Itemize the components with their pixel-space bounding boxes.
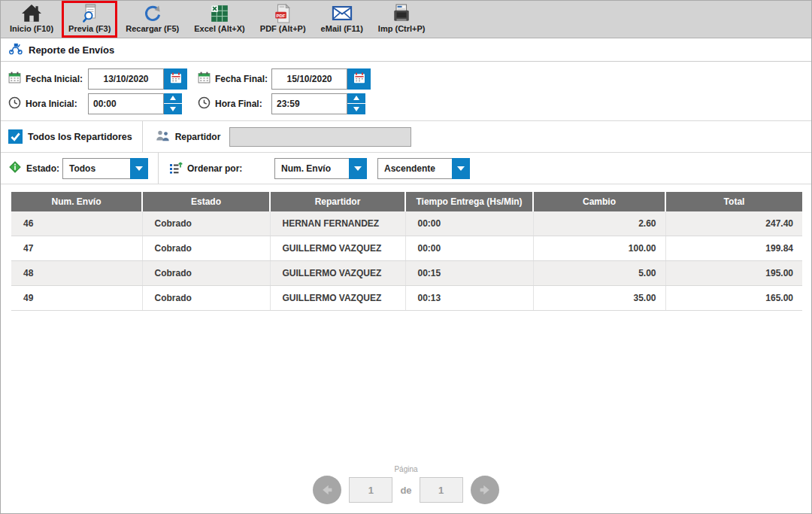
page-of-label: de bbox=[400, 485, 411, 496]
column-header-repartidor[interactable]: Repartidor bbox=[270, 192, 405, 211]
hora-final-input[interactable] bbox=[271, 93, 347, 114]
date-time-filter-section: Fecha Inicial: bbox=[1, 62, 811, 121]
page-title: Reporte de Envíos bbox=[29, 44, 114, 56]
cell-cambio: 35.00 bbox=[533, 286, 665, 311]
repartidor-input[interactable] bbox=[229, 127, 411, 147]
hora-inicial-labelgroup: Hora Inicial: bbox=[8, 96, 88, 111]
clock-icon bbox=[8, 96, 21, 111]
previous-page-button[interactable] bbox=[313, 476, 341, 504]
todos-repartidores-label: Todos los Repartidores bbox=[28, 132, 132, 142]
hora-inicial-up-button[interactable] bbox=[164, 93, 182, 104]
hora-final-labelgroup: Hora Final: bbox=[198, 96, 271, 111]
ordenar-por-dropdown-button[interactable] bbox=[349, 158, 367, 179]
arrow-right-icon bbox=[477, 482, 493, 498]
hora-final-up-button[interactable] bbox=[347, 93, 365, 104]
imprimir-label: Imp (Ctrl+P) bbox=[378, 24, 426, 33]
cell-repartidor: GUILLERMO VAZQUEZ bbox=[270, 236, 405, 261]
excel-label: Excel (Alt+X) bbox=[194, 24, 245, 33]
cell-repartidor: GUILLERMO VAZQUEZ bbox=[270, 261, 405, 286]
page-header: Reporte de Envíos bbox=[1, 38, 811, 62]
estado-label: Estado: bbox=[26, 163, 59, 174]
current-page-input[interactable] bbox=[349, 477, 392, 503]
recargar-button[interactable]: Recargar (F5) bbox=[119, 1, 186, 38]
ordenar-por-label: Ordenar por: bbox=[187, 163, 242, 174]
checkmark-icon bbox=[10, 132, 21, 141]
chevron-down-icon bbox=[135, 166, 143, 171]
imprimir-button[interactable]: Imp (Ctrl+P) bbox=[371, 1, 432, 38]
ordenar-labelgroup: Ordenar por: bbox=[169, 161, 274, 176]
fecha-final-calendar-button[interactable] bbox=[347, 68, 371, 90]
refresh-icon bbox=[143, 3, 162, 23]
cell-num-envio: 49 bbox=[11, 286, 142, 311]
hora-final-spinner bbox=[347, 93, 365, 114]
arrow-left-icon bbox=[319, 482, 335, 498]
inicio-button[interactable]: Inicio (F10) bbox=[3, 1, 60, 38]
table-row[interactable]: 48 Cobrado GUILLERMO VAZQUEZ 00:15 5.00 … bbox=[11, 261, 802, 286]
previa-label: Previa (F3) bbox=[68, 24, 111, 33]
table-row[interactable]: 49 Cobrado GUILLERMO VAZQUEZ 00:13 35.00… bbox=[11, 286, 802, 311]
hora-final-down-button[interactable] bbox=[347, 104, 365, 114]
total-pages-input[interactable] bbox=[420, 477, 463, 503]
pdf-label: PDF (Alt+P) bbox=[260, 24, 306, 33]
repartidor-labelgroup: Repartidor bbox=[155, 129, 221, 144]
app-window: Inicio (F10) Previa (F3) bbox=[0, 0, 812, 514]
calendar-green-icon bbox=[198, 71, 211, 86]
column-header-estado[interactable]: Estado bbox=[142, 192, 270, 211]
recargar-label: Recargar (F5) bbox=[126, 24, 179, 33]
cell-tiempo-entrega: 00:00 bbox=[405, 211, 533, 236]
todos-repartidores-checkbox[interactable] bbox=[8, 129, 23, 144]
fecha-inicial-input[interactable] bbox=[88, 68, 164, 90]
hora-inicial-down-button[interactable] bbox=[164, 104, 182, 114]
cell-repartidor: HERNAN FERNANDEZ bbox=[270, 211, 405, 236]
arrow-up-icon bbox=[170, 96, 176, 100]
estado-dropdown-value: Todos bbox=[62, 158, 130, 179]
email-button[interactable]: eMail (F11) bbox=[314, 1, 370, 38]
cell-cambio: 100.00 bbox=[533, 236, 665, 261]
email-icon bbox=[332, 3, 353, 23]
cell-num-envio: 48 bbox=[11, 261, 142, 286]
column-header-tiempo-entrega[interactable]: Tiempo Entrega (Hs/Min) bbox=[405, 192, 533, 211]
cell-total: 199.84 bbox=[665, 236, 802, 261]
preview-icon bbox=[80, 3, 98, 23]
excel-icon bbox=[210, 3, 229, 23]
info-diamond-icon bbox=[8, 160, 22, 176]
email-label: eMail (F11) bbox=[321, 24, 363, 33]
cell-cambio: 2.60 bbox=[533, 211, 665, 236]
column-header-num-envio[interactable]: Num. Envío bbox=[11, 192, 142, 211]
fecha-final-input[interactable] bbox=[271, 68, 347, 90]
estado-dropdown-button[interactable] bbox=[130, 158, 148, 179]
fecha-final-label: Fecha Final: bbox=[215, 74, 268, 84]
orden-direccion-dropdown-button[interactable] bbox=[452, 158, 470, 179]
toolbar: Inicio (F10) Previa (F3) bbox=[1, 1, 811, 38]
column-header-total[interactable]: Total bbox=[665, 192, 802, 211]
cell-tiempo-entrega: 00:15 bbox=[405, 261, 533, 286]
hora-final-label: Hora Final: bbox=[215, 99, 262, 109]
orden-direccion-dropdown-value: Ascendente bbox=[377, 158, 452, 179]
orden-direccion-dropdown[interactable]: Ascendente bbox=[377, 158, 470, 179]
repartidor-label: Repartidor bbox=[175, 132, 221, 142]
previa-button[interactable]: Previa (F3) bbox=[62, 1, 117, 38]
table-row[interactable]: 47 Cobrado GUILLERMO VAZQUEZ 00:00 100.0… bbox=[11, 236, 802, 261]
column-header-cambio[interactable]: Cambio bbox=[533, 192, 665, 211]
ordenar-por-dropdown[interactable]: Num. Envío bbox=[274, 158, 367, 179]
cell-total: 247.40 bbox=[665, 211, 802, 236]
fecha-inicial-calendar-button[interactable] bbox=[164, 68, 187, 90]
sort-list-icon bbox=[169, 161, 183, 176]
next-page-button[interactable] bbox=[471, 476, 499, 504]
arrow-down-icon bbox=[353, 107, 359, 111]
table-row[interactable]: 46 Cobrado HERNAN FERNANDEZ 00:00 2.60 2… bbox=[11, 211, 802, 236]
fecha-inicial-labelgroup: Fecha Inicial: bbox=[8, 71, 88, 86]
hora-inicial-spinner bbox=[164, 93, 182, 114]
estado-dropdown[interactable]: Todos bbox=[62, 158, 148, 179]
pdf-button[interactable]: PDF PDF (Alt+P) bbox=[253, 1, 313, 38]
table-body: 46 Cobrado HERNAN FERNANDEZ 00:00 2.60 2… bbox=[11, 211, 802, 311]
orden-filter-section: Estado: Todos Ordenar por: bbox=[1, 153, 811, 184]
pagination: Página de bbox=[1, 465, 811, 504]
hora-inicial-input[interactable] bbox=[88, 93, 164, 114]
cell-estado: Cobrado bbox=[142, 261, 270, 286]
chevron-down-icon bbox=[457, 166, 465, 171]
cell-total: 165.00 bbox=[665, 286, 802, 311]
vertical-divider bbox=[142, 121, 143, 152]
cell-tiempo-entrega: 00:00 bbox=[405, 236, 533, 261]
excel-button[interactable]: Excel (Alt+X) bbox=[187, 1, 252, 38]
